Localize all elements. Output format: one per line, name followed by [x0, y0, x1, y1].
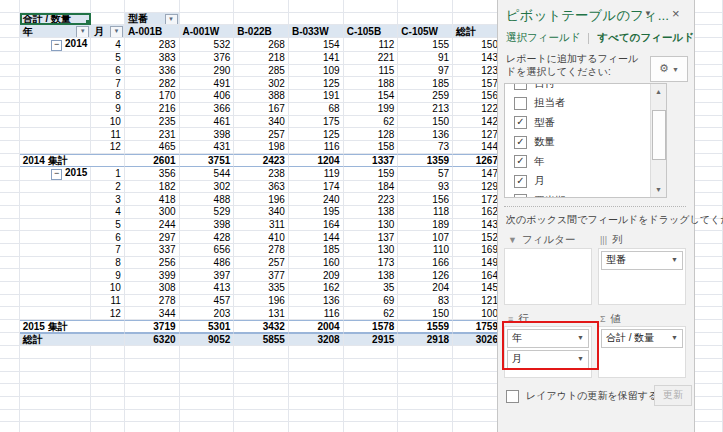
data-cell[interactable]: 73 — [398, 141, 453, 154]
data-cell[interactable]: 131 — [234, 307, 289, 320]
cell[interactable] — [0, 320, 20, 333]
cell[interactable] — [20, 397, 92, 410]
data-cell[interactable]: 244 — [125, 219, 180, 232]
field-list-item[interactable]: 担当者 — [505, 94, 651, 114]
month-cell[interactable]: 9 — [91, 269, 125, 282]
cell[interactable] — [20, 65, 92, 78]
data-cell[interactable]: 383 — [125, 52, 180, 65]
data-cell[interactable]: 213 — [398, 103, 453, 116]
cell[interactable] — [398, 384, 453, 397]
data-cell[interactable]: 115 — [344, 65, 399, 78]
cell[interactable] — [0, 346, 20, 359]
grand-total-cell[interactable]: 3208 — [289, 333, 344, 346]
data-cell[interactable]: 170 — [125, 90, 180, 103]
data-cell[interactable]: 116 — [289, 307, 344, 320]
data-cell[interactable]: 173 — [344, 257, 399, 270]
cell[interactable] — [0, 154, 20, 167]
cell[interactable] — [91, 0, 125, 13]
value-header-cell[interactable]: 合計 / 数量 — [20, 13, 92, 26]
data-cell[interactable]: 159 — [344, 167, 399, 181]
cell[interactable] — [234, 359, 289, 372]
cell[interactable] — [398, 0, 453, 13]
cell[interactable] — [398, 397, 453, 410]
data-cell[interactable]: 486 — [180, 257, 235, 270]
cell[interactable] — [234, 13, 289, 26]
cell[interactable] — [180, 410, 235, 423]
cell[interactable] — [20, 90, 92, 103]
cell[interactable] — [20, 384, 92, 397]
data-cell[interactable]: 399 — [125, 269, 180, 282]
field-list-scrollbar[interactable]: ▲ ▼ — [650, 84, 666, 197]
data-cell[interactable]: 268 — [234, 38, 289, 52]
cell[interactable] — [344, 422, 399, 432]
data-cell[interactable]: 397 — [180, 269, 235, 282]
data-cell[interactable]: 366 — [180, 103, 235, 116]
column-header-cell[interactable]: C-105W — [398, 25, 453, 38]
data-cell[interactable]: 185 — [289, 244, 344, 257]
cell[interactable] — [0, 410, 20, 423]
cell[interactable] — [0, 384, 20, 397]
data-cell[interactable]: 150 — [398, 307, 453, 320]
cell[interactable] — [344, 384, 399, 397]
data-cell[interactable]: 431 — [180, 141, 235, 154]
data-cell[interactable]: 544 — [180, 167, 235, 181]
scroll-thumb[interactable] — [652, 110, 666, 160]
cell[interactable] — [344, 410, 399, 423]
cell[interactable] — [289, 422, 344, 432]
data-cell[interactable]: 185 — [398, 77, 453, 90]
data-cell[interactable]: 83 — [398, 295, 453, 308]
month-cell[interactable]: 5 — [91, 52, 125, 65]
data-cell[interactable]: 221 — [344, 52, 399, 65]
defer-layout-checkbox[interactable] — [506, 390, 519, 403]
cell[interactable] — [0, 38, 20, 52]
data-cell[interactable]: 137 — [344, 231, 399, 244]
data-cell[interactable]: 199 — [344, 103, 399, 116]
cell[interactable] — [20, 116, 92, 129]
values-area-box[interactable]: 合計 / 数量▼ — [598, 326, 686, 378]
subtotal-cell[interactable]: 3432 — [234, 320, 289, 333]
cell[interactable] — [125, 359, 180, 372]
cell[interactable] — [20, 372, 92, 385]
cell[interactable] — [91, 359, 125, 372]
grand-total-label-cell[interactable]: 総計 — [20, 333, 125, 346]
data-cell[interactable]: 164 — [289, 219, 344, 232]
model-filter-dropdown-icon[interactable]: ▼ — [165, 14, 178, 26]
columns-area-box[interactable]: 型番▼ — [598, 248, 686, 305]
data-cell[interactable]: 532 — [180, 38, 235, 52]
cell[interactable] — [234, 372, 289, 385]
cell[interactable] — [344, 0, 399, 13]
data-cell[interactable]: 488 — [180, 193, 235, 206]
grand-total-cell[interactable]: 6320 — [125, 333, 180, 346]
data-cell[interactable]: 167 — [234, 103, 289, 116]
cell[interactable] — [0, 167, 20, 181]
data-cell[interactable]: 156 — [398, 193, 453, 206]
subtotal-cell[interactable]: 3719 — [125, 320, 180, 333]
cell[interactable] — [91, 410, 125, 423]
cell[interactable] — [125, 410, 180, 423]
month-cell[interactable]: 11 — [91, 295, 125, 308]
subtotal-cell[interactable]: 2423 — [234, 154, 289, 167]
cell[interactable] — [0, 116, 20, 129]
cell[interactable] — [20, 181, 92, 194]
tools-button[interactable]: ⚙ ▼ — [650, 56, 688, 82]
data-cell[interactable]: 398 — [180, 219, 235, 232]
data-cell[interactable]: 457 — [180, 295, 235, 308]
month-cell[interactable]: 11 — [91, 128, 125, 141]
cell[interactable] — [398, 422, 453, 432]
collapse-icon[interactable]: − — [51, 169, 62, 180]
data-cell[interactable]: 126 — [398, 269, 453, 282]
month-cell[interactable]: 7 — [91, 244, 125, 257]
cell[interactable] — [20, 128, 92, 141]
data-cell[interactable]: 110 — [398, 244, 453, 257]
chevron-down-icon[interactable]: ▼ — [671, 330, 678, 346]
cell[interactable] — [0, 206, 20, 219]
data-cell[interactable]: 223 — [344, 193, 399, 206]
cell[interactable] — [344, 13, 399, 26]
cell[interactable] — [0, 397, 20, 410]
cell[interactable] — [234, 384, 289, 397]
model-header-cell[interactable]: 型番▼ — [125, 13, 180, 26]
subtotal-label-cell[interactable]: 2014 集計 — [20, 154, 125, 167]
cell[interactable] — [234, 397, 289, 410]
cell[interactable] — [344, 346, 399, 359]
cell[interactable] — [0, 372, 20, 385]
